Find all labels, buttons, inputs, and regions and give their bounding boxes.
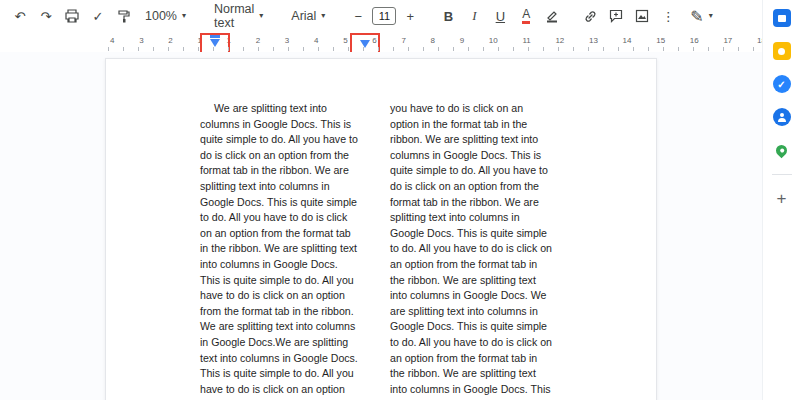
spell-check-icon: ✓: [93, 9, 104, 24]
person-glyph: [777, 113, 787, 122]
ruler-number: 8: [431, 36, 435, 46]
check-icon: ✓: [777, 79, 785, 90]
bold-label: B: [444, 9, 453, 24]
ruler-left-marker-highlight: [200, 33, 230, 54]
keep-icon[interactable]: [773, 42, 791, 60]
redo-icon: ↷: [41, 9, 52, 24]
ruler-number: 4: [110, 36, 114, 46]
pencil-icon: ✎: [690, 7, 703, 26]
link-icon: [583, 9, 598, 24]
ruler-number: 3: [285, 36, 289, 46]
editing-mode-select[interactable]: ✎ ▾: [682, 4, 720, 28]
ruler-right-marker-highlight: [350, 33, 380, 54]
decrease-font-size-button[interactable]: −: [346, 4, 370, 28]
calendar-glyph: [778, 15, 786, 22]
plus-icon: +: [407, 9, 415, 24]
comment-icon: [609, 9, 623, 23]
paragraph-style-value: Normal text: [214, 2, 254, 30]
insert-link-button[interactable]: [578, 4, 602, 28]
left-indent-marker[interactable]: [210, 39, 220, 47]
ruler-number: 9: [460, 36, 464, 46]
document-page[interactable]: We are splitting text into columns in Go…: [105, 58, 657, 400]
chevron-down-icon: ▾: [709, 12, 713, 20]
highlight-color-button[interactable]: [540, 4, 564, 28]
ruler-number: 2: [256, 36, 260, 46]
redo-button[interactable]: ↷: [34, 4, 58, 28]
first-line-indent-marker[interactable]: [210, 35, 220, 38]
ruler[interactable]: 4321123456789101112131415161718: [108, 36, 768, 52]
chevron-down-icon: ▾: [259, 12, 263, 20]
text-color-icon: A: [522, 8, 530, 24]
insert-image-button[interactable]: [630, 4, 654, 28]
italic-button[interactable]: I: [462, 4, 486, 28]
plus-icon: +: [777, 189, 787, 209]
ruler-number: 5: [343, 36, 347, 46]
ruler-number: 11: [522, 36, 530, 46]
text-color-button[interactable]: A: [514, 4, 538, 28]
text-column-2[interactable]: you have to do is click on an option in …: [390, 101, 553, 400]
pin-glyph: [774, 142, 790, 158]
more-icon: ⋮: [662, 9, 675, 24]
column-indent-marker[interactable]: [360, 40, 370, 48]
more-options-button[interactable]: ⋮: [656, 4, 680, 28]
text-column-1[interactable]: We are splitting text into columns in Go…: [200, 101, 360, 400]
ruler-number: 10: [489, 36, 498, 46]
ruler-number: 4: [314, 36, 318, 46]
image-icon: [635, 9, 649, 23]
zoom-select[interactable]: 100% ▾: [138, 4, 193, 28]
calendar-icon[interactable]: [773, 9, 791, 27]
underline-label: U: [496, 9, 505, 24]
contacts-icon[interactable]: [773, 108, 791, 126]
font-family-select[interactable]: Arial ▾: [284, 4, 332, 28]
maps-icon[interactable]: [773, 141, 791, 159]
tasks-icon[interactable]: ✓: [773, 75, 791, 93]
underline-button[interactable]: U: [488, 4, 512, 28]
chevron-down-icon: ▾: [182, 12, 186, 20]
bold-button[interactable]: B: [436, 4, 460, 28]
ruler-number: 13: [589, 36, 598, 46]
chevron-down-icon: ▾: [321, 12, 325, 20]
add-comment-button[interactable]: [604, 4, 628, 28]
ruler-number: 17: [723, 36, 732, 46]
spell-check-button[interactable]: ✓: [86, 4, 110, 28]
get-addons-button[interactable]: +: [773, 190, 791, 208]
font-size-input[interactable]: [372, 7, 396, 25]
paragraph-style-select[interactable]: Normal text ▾: [207, 4, 270, 28]
ruler-number: 12: [555, 36, 564, 46]
ruler-number: 15: [656, 36, 665, 46]
print-icon: [65, 9, 79, 23]
rail-divider: [772, 174, 792, 175]
document-canvas: We are splitting text into columns in Go…: [0, 52, 762, 400]
ruler-number: 7: [401, 36, 405, 46]
font-family-value: Arial: [291, 9, 316, 23]
ruler-number: 3: [139, 36, 143, 46]
minus-icon: −: [355, 9, 363, 24]
italic-label: I: [472, 8, 476, 24]
undo-icon: ↶: [15, 9, 26, 24]
undo-button[interactable]: ↶: [8, 4, 32, 28]
highlight-icon: [545, 9, 559, 23]
paint-format-icon: [117, 9, 131, 23]
ruler-number: 16: [690, 36, 699, 46]
toolbar: ↶ ↷ ✓ 100% ▾ Normal text ▾ Arial ▾ − + B…: [0, 0, 762, 32]
increase-font-size-button[interactable]: +: [398, 4, 422, 28]
side-panel-rail: ✓ +: [762, 0, 800, 400]
ruler-number: 14: [623, 36, 632, 46]
ruler-number: 2: [168, 36, 172, 46]
paint-format-button[interactable]: [112, 4, 136, 28]
zoom-value: 100%: [145, 9, 177, 23]
keep-glyph: [778, 48, 785, 55]
print-button[interactable]: [60, 4, 84, 28]
